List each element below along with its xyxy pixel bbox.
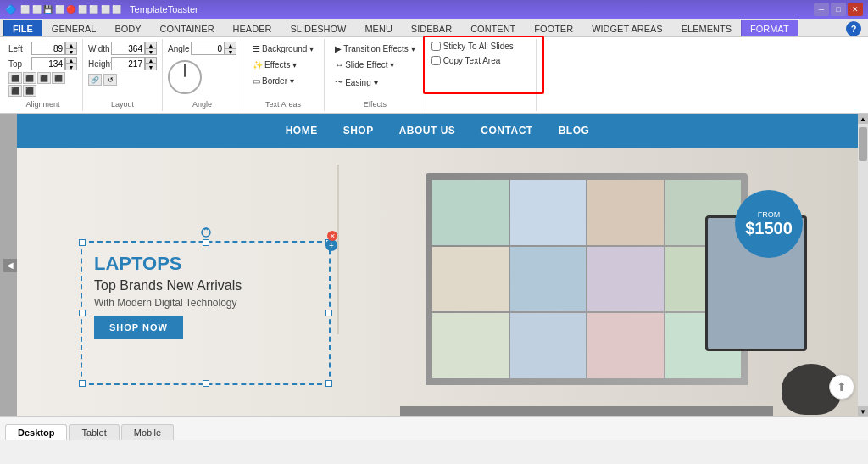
- handle-mid-left[interactable]: [79, 310, 86, 316]
- reset-size-icon[interactable]: ↺: [103, 74, 117, 86]
- hero-section: + ✕ LAPTOPS Top Brands New Arrivals With…: [17, 148, 858, 416]
- width-spin-down[interactable]: ▼: [145, 48, 157, 55]
- tab-elements[interactable]: ELEMENTS: [672, 20, 741, 36]
- height-input[interactable]: [111, 57, 145, 70]
- tab-body[interactable]: BODY: [105, 20, 150, 36]
- align-bottom-icon[interactable]: ⬛: [23, 85, 36, 97]
- canvas-area: ◀ HOME SHOP ABOUT US CONTACT BLOG: [0, 114, 868, 416]
- handle-top-center[interactable]: [203, 239, 209, 246]
- hero-title: LAPTOPS: [94, 253, 317, 275]
- alignment-section: Left ▲ ▼ Top ▲ ▼ ⬛ ⬛ ⬛: [3, 39, 83, 111]
- tab-menu[interactable]: MENU: [355, 20, 401, 36]
- nav-about[interactable]: ABOUT US: [399, 125, 456, 137]
- height-control-row: Height ▲ ▼: [88, 57, 157, 70]
- left-input[interactable]: [31, 42, 65, 55]
- maximize-button[interactable]: □: [831, 3, 846, 16]
- tab-footer[interactable]: FOOTER: [525, 20, 582, 36]
- handle-bot-center[interactable]: [203, 380, 209, 387]
- shop-now-button[interactable]: SHOP NOW: [94, 316, 183, 339]
- border-button[interactable]: ▭ Border ▾: [248, 74, 319, 88]
- bottom-tabs: Desktop Tablet Mobile: [0, 416, 868, 440]
- tab-header[interactable]: HEADER: [224, 20, 281, 36]
- angle-spin-down[interactable]: ▼: [225, 48, 236, 55]
- left-panel-toggle[interactable]: ◀: [3, 259, 17, 272]
- tab-widget-areas[interactable]: WIDGET AREAS: [582, 20, 672, 36]
- sticky-checkbox[interactable]: [431, 42, 441, 51]
- sticky-checkbox-label[interactable]: Sticky To All Slides: [431, 42, 531, 51]
- align-top-icon[interactable]: ⬛: [52, 72, 65, 84]
- price-amount-label: $1500: [745, 219, 793, 238]
- tab-file[interactable]: FILE: [3, 20, 42, 36]
- alignment-icons: ⬛ ⬛ ⬛ ⬛ ⬛ ⬛: [8, 72, 76, 97]
- top-spin-down[interactable]: ▼: [65, 64, 77, 70]
- height-spin-up[interactable]: ▲: [145, 57, 157, 64]
- scroll-thumb[interactable]: [859, 127, 867, 161]
- nav-home[interactable]: HOME: [286, 125, 318, 137]
- transition-icon: ▶: [335, 44, 342, 53]
- tab-mobile[interactable]: Mobile: [121, 424, 174, 440]
- price-badge: FROM $1500: [735, 190, 803, 258]
- rotate-icon[interactable]: [201, 227, 211, 239]
- scroll-to-top-button[interactable]: ⬆: [829, 374, 854, 400]
- remove-element-button[interactable]: ✕: [327, 231, 337, 241]
- handle-top-left[interactable]: [79, 239, 86, 246]
- tab-sidebar[interactable]: SIDEBAR: [402, 20, 461, 36]
- nav-shop[interactable]: SHOP: [343, 125, 374, 137]
- tab-desktop[interactable]: Desktop: [5, 424, 67, 440]
- easing-icon: 〜: [335, 76, 343, 88]
- width-spin-up[interactable]: ▲: [145, 42, 157, 48]
- nav-contact[interactable]: CONTACT: [481, 125, 532, 137]
- top-control-row: Top ▲ ▼: [8, 57, 77, 70]
- transition-effects-button[interactable]: ▶ Transition Effects ▾: [330, 42, 420, 56]
- align-middle-icon[interactable]: ⬛: [8, 85, 22, 97]
- effects-icon: ✨: [253, 60, 263, 70]
- angle-input[interactable]: [191, 42, 225, 55]
- title-bar: 🔷 ⬜ ⬜ 💾 ⬜ 🔴 ⬜ ⬜ ⬜ ⬜ TemplateToaster ─ □ …: [0, 0, 868, 19]
- tab-tablet[interactable]: Tablet: [69, 424, 119, 440]
- top-spin-up[interactable]: ▲: [65, 57, 77, 64]
- help-button[interactable]: ?: [846, 21, 861, 36]
- align-right-icon[interactable]: ⬛: [37, 72, 51, 84]
- tab-slideshow[interactable]: SLIDESHOW: [281, 20, 355, 36]
- copy-text-checkbox[interactable]: [431, 56, 441, 65]
- handle-bot-left[interactable]: [79, 380, 86, 387]
- content-selection-box[interactable]: + ✕ LAPTOPS Top Brands New Arrivals With…: [81, 241, 331, 385]
- effects-button[interactable]: ✨ Effects ▾: [248, 58, 319, 72]
- nav-blog[interactable]: BLOG: [559, 125, 590, 137]
- align-left-icon[interactable]: ⬛: [8, 72, 22, 84]
- scroll-down-button[interactable]: ▼: [858, 406, 868, 416]
- angle-spin-up[interactable]: ▲: [225, 42, 236, 48]
- top-input[interactable]: [31, 57, 65, 70]
- width-input[interactable]: [111, 42, 145, 55]
- site-navigation: HOME SHOP ABOUT US CONTACT BLOG: [17, 114, 858, 148]
- effects-section: ▶ Transition Effects ▾ ↔ Slide Effect ▾ …: [325, 39, 426, 111]
- hero-subtitle2: With Modern Digital Technology: [94, 297, 317, 309]
- left-spin-down[interactable]: ▼: [65, 48, 77, 55]
- vertical-scrollbar[interactable]: ▲ ▼: [858, 114, 868, 416]
- handle-bot-right[interactable]: [326, 380, 332, 387]
- tab-container[interactable]: CONTAINER: [151, 20, 224, 36]
- height-spin-down[interactable]: ▼: [145, 64, 157, 70]
- site-preview: HOME SHOP ABOUT US CONTACT BLOG: [17, 114, 858, 416]
- lock-ratio-icon[interactable]: 🔗: [88, 74, 102, 86]
- slide-icon: ↔: [335, 60, 343, 70]
- tab-format[interactable]: FORMAT: [741, 20, 798, 36]
- plant-stem: [337, 165, 339, 334]
- easing-button[interactable]: 〜 Easing ▾: [330, 74, 420, 91]
- minimize-button[interactable]: ─: [814, 3, 829, 16]
- tab-content[interactable]: CONTENT: [461, 20, 525, 36]
- copy-text-label: Copy Text Area: [443, 56, 501, 65]
- scroll-up-button[interactable]: ▲: [858, 114, 868, 124]
- add-element-button[interactable]: +: [326, 239, 337, 251]
- close-button[interactable]: ✕: [848, 3, 863, 16]
- svg-point-0: [202, 228, 210, 237]
- left-spin-up[interactable]: ▲: [65, 42, 77, 48]
- angle-label-bottom: Angle: [168, 98, 236, 109]
- background-button[interactable]: ☰ Background ▾: [248, 42, 319, 56]
- angle-dial: [168, 60, 236, 94]
- tab-general[interactable]: GENERAL: [42, 20, 106, 36]
- handle-mid-right[interactable]: [326, 310, 332, 316]
- align-center-icon[interactable]: ⬛: [23, 72, 36, 84]
- copy-text-checkbox-label[interactable]: Copy Text Area: [431, 56, 531, 65]
- slide-effect-button[interactable]: ↔ Slide Effect ▾: [330, 58, 420, 72]
